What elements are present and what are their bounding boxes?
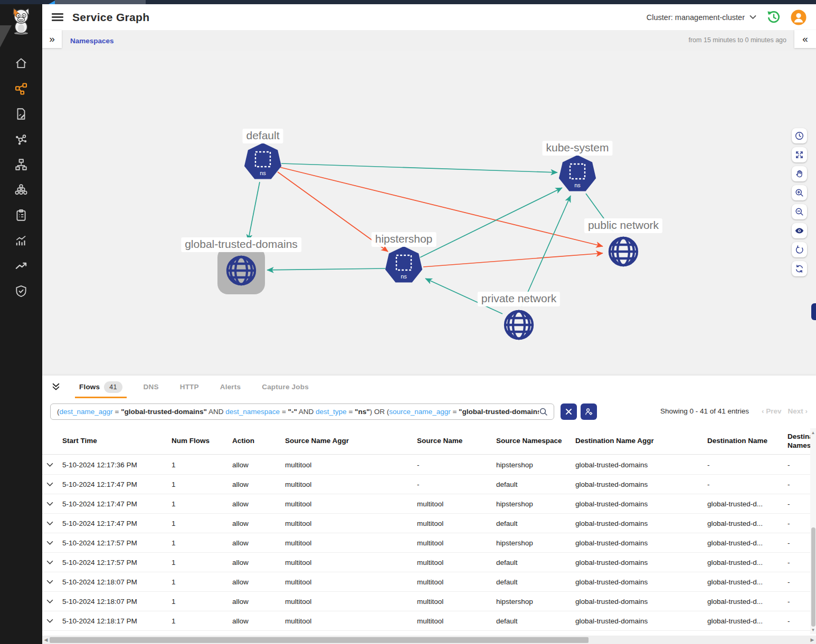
graph-edge[interactable] [423, 253, 603, 267]
scroll-left-arrow[interactable]: ◀ [42, 636, 50, 644]
table-row[interactable]: 5-10-2024 12:17:57 PM1allowmultitoolmult… [42, 553, 816, 572]
table-cell: multitool [285, 539, 417, 547]
horizontal-scrollbar[interactable]: ◀ ▶ [42, 636, 816, 644]
column-header-destination-name-aggr[interactable]: Destination Name Aggr [575, 437, 707, 446]
collapse-panel-button[interactable] [51, 382, 61, 392]
hand-icon [794, 169, 804, 179]
table-cell: global-trusted-domains [575, 598, 707, 605]
column-header-action[interactable]: Action [232, 437, 285, 446]
zoom-out-button[interactable] [792, 204, 807, 219]
panel-collapse-button[interactable]: « [794, 30, 816, 48]
timeline-button[interactable] [792, 128, 807, 143]
graph-edge[interactable] [281, 164, 557, 172]
undo-button[interactable] [792, 242, 807, 257]
showing-entries-label: Showing 0 - 41 of 41 entries [633, 407, 776, 415]
sidebar-item-nodes[interactable] [0, 152, 42, 177]
table-cell: allow [232, 480, 285, 488]
sidebar-item-service-graph[interactable] [0, 76, 42, 101]
column-header-num-flows[interactable]: Num Flows [172, 437, 232, 446]
column-header-source-name-aggr[interactable]: Source Name Aggr [285, 437, 417, 446]
fit-view-button[interactable] [792, 147, 807, 162]
graph-edge[interactable] [267, 268, 385, 270]
user-avatar[interactable] [791, 9, 806, 25]
row-expand-chevron-icon[interactable] [46, 521, 53, 526]
sidebar-item-trends[interactable] [0, 253, 42, 278]
row-expand-chevron-icon[interactable] [46, 619, 53, 623]
row-expand-chevron-icon[interactable] [46, 599, 53, 604]
graph-node-kube-system[interactable]: ns [559, 155, 596, 191]
tab-http[interactable]: HTTP [169, 376, 210, 398]
graph-edge[interactable] [248, 182, 260, 241]
tab-capture-jobs[interactable]: Capture Jobs [251, 376, 319, 398]
history-icon[interactable] [766, 9, 781, 25]
tab-alerts[interactable]: Alerts [210, 376, 251, 398]
table-row[interactable]: 5-10-2024 12:17:47 PM1allowmultitool-def… [42, 475, 816, 494]
column-header-source-name[interactable]: Source Name [417, 437, 496, 446]
vertical-scrollbar[interactable]: ▲ ▼ [810, 428, 816, 634]
column-header-source-namespace[interactable]: Source Namespace [496, 437, 575, 446]
row-expand-chevron-icon[interactable] [46, 541, 53, 545]
table-cell: hipstershop [496, 500, 575, 508]
graph-node-default[interactable]: ns [244, 143, 281, 179]
vertical-scroll-thumb[interactable] [811, 527, 815, 627]
column-header-destination-name[interactable]: Destination Name [707, 437, 787, 446]
scroll-up-arrow[interactable]: ▲ [810, 429, 816, 436]
visibility-button[interactable] [792, 223, 807, 238]
table-cell: multitool [285, 559, 417, 566]
graph-edge[interactable] [280, 167, 603, 246]
table-cell: global-trusted-d... [707, 559, 787, 566]
menu-icon[interactable] [52, 11, 63, 23]
table-cell: 1 [172, 617, 232, 625]
breadcrumb[interactable]: Namespaces [70, 37, 114, 45]
active-notch [0, 25, 12, 47]
graph-node-hipstershop[interactable]: ns [385, 246, 422, 282]
next-button[interactable]: Next › [787, 407, 808, 415]
side-drawer-handle[interactable] [811, 303, 816, 320]
customize-columns-button[interactable] [581, 403, 597, 420]
graph-node-private-network[interactable] [505, 311, 533, 339]
filter-query-input[interactable]: (dest_name_aggr = "global-trusted-domain… [50, 403, 554, 420]
row-expand-chevron-icon[interactable] [46, 560, 53, 565]
row-expand-chevron-icon[interactable] [46, 502, 53, 506]
column-header-start-time[interactable]: Start Time [62, 437, 172, 446]
table-cell: multitool [285, 617, 417, 625]
row-expand-chevron-icon[interactable] [46, 580, 53, 584]
tab-dns[interactable]: DNS [133, 376, 169, 398]
panel-expand-button[interactable]: » [42, 30, 62, 48]
sidebar-item-clusters[interactable] [0, 177, 42, 203]
refresh-button[interactable] [792, 261, 807, 276]
sidebar-item-network-sets[interactable] [0, 127, 42, 152]
graph-node-public-network[interactable] [610, 238, 637, 265]
tab-label: Capture Jobs [262, 383, 309, 391]
horizontal-scroll-thumb[interactable] [50, 637, 589, 643]
row-expand-chevron-icon[interactable] [46, 463, 53, 467]
table-row[interactable]: 5-10-2024 12:17:47 PM1allowmultitoolmult… [42, 514, 816, 533]
service-graph-canvas[interactable]: nsnsnsdefaultkube-systemhipstershopgloba… [42, 51, 816, 376]
sidebar-item-policies[interactable] [0, 101, 42, 127]
table-row[interactable]: 5-10-2024 12:18:07 PM1allowmultitoolmult… [42, 572, 816, 592]
clear-filter-button[interactable] [561, 403, 577, 420]
sidebar-item-activity[interactable] [0, 228, 42, 253]
sidebar-item-threat-defense[interactable] [0, 278, 42, 304]
table-row[interactable]: 5-10-2024 12:18:07 PM1allowmultitoolmult… [42, 592, 816, 611]
zoom-in-button[interactable] [792, 185, 807, 200]
cluster-selector[interactable]: Cluster: management-cluster [647, 13, 756, 22]
table-row[interactable]: 5-10-2024 12:17:57 PM1allowmultitoolmult… [42, 533, 816, 553]
row-expand-chevron-icon[interactable] [46, 482, 53, 487]
sidebar-item-home[interactable] [0, 51, 42, 76]
tab-flows[interactable]: Flows41 [69, 376, 133, 398]
scroll-right-arrow[interactable]: ▶ [809, 636, 816, 644]
sidebar-item-compliance[interactable] [0, 203, 42, 228]
policies-icon [14, 107, 28, 121]
table-row[interactable]: 5-10-2024 12:17:36 PM1allowmultitool-hip… [42, 455, 816, 475]
graph-node-global-trusted-domains[interactable] [217, 247, 265, 294]
table-row[interactable]: 5-10-2024 12:17:47 PM1allowmultitoolmult… [42, 494, 816, 514]
graph-edge[interactable] [420, 188, 562, 257]
table-row[interactable]: 5-10-2024 12:18:17 PM1allowmultitoolmult… [42, 611, 816, 631]
panel-tabs: Flows41DNSHTTPAlertsCapture Jobs [42, 376, 816, 398]
prev-button[interactable]: ‹ Prev [762, 407, 782, 415]
pan-button[interactable] [792, 166, 807, 181]
scroll-down-arrow[interactable]: ▼ [810, 627, 816, 633]
table-cell: allow [232, 539, 285, 547]
graph-edge[interactable] [521, 196, 571, 306]
